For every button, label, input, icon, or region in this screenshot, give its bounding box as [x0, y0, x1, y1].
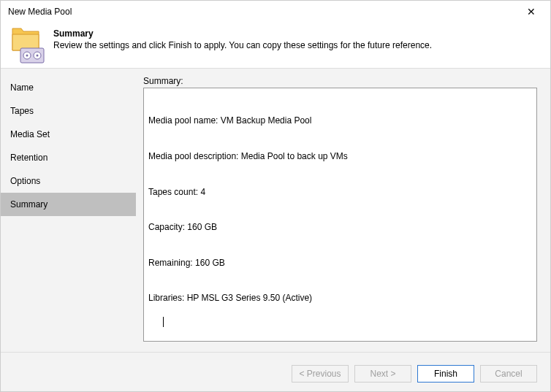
cancel-button: Cancel	[480, 365, 537, 383]
close-icon: ✕	[527, 6, 536, 18]
header-text: Summary Review the settings and click Fi…	[53, 27, 542, 62]
summary-line: Capacity: 160 GB	[148, 221, 532, 233]
close-button[interactable]: ✕	[518, 1, 544, 22]
sidebar-item-tapes[interactable]: Tapes	[1, 99, 136, 123]
sidebar-item-label: Name	[10, 82, 34, 93]
next-button: Next >	[354, 365, 411, 383]
svg-point-4	[37, 55, 39, 57]
footer: < Previous Next > Finish Cancel	[1, 352, 550, 392]
sidebar-item-retention[interactable]: Retention	[1, 146, 136, 169]
button-label: Next >	[370, 369, 395, 379]
window-title: New Media Pool	[8, 7, 72, 17]
sidebar-item-label: Options	[10, 176, 40, 186]
button-label: Finish	[434, 369, 457, 379]
sidebar-item-media-set[interactable]: Media Set	[1, 123, 136, 146]
button-label: Cancel	[495, 369, 522, 379]
sidebar: Name Tapes Media Set Retention Options S…	[1, 69, 136, 352]
summary-line: Tapes count: 4	[148, 186, 532, 198]
sidebar-item-options[interactable]: Options	[1, 169, 136, 193]
body: Name Tapes Media Set Retention Options S…	[1, 68, 550, 352]
wizard-icon	[10, 27, 45, 62]
sidebar-item-label: Retention	[10, 153, 48, 163]
header: Summary Review the settings and click Fi…	[1, 23, 550, 68]
page-title: Summary	[53, 28, 542, 39]
sidebar-item-name[interactable]: Name	[1, 76, 136, 99]
sidebar-item-label: Media Set	[10, 129, 50, 139]
content: Summary: Media pool name: VM Backup Medi…	[136, 69, 550, 352]
page-description: Review the settings and click Finish to …	[53, 40, 542, 50]
svg-point-3	[26, 55, 28, 57]
summary-label: Summary:	[143, 76, 537, 86]
summary-line: Media pool name: VM Backup Media Pool	[148, 115, 532, 126]
sidebar-item-label: Tapes	[10, 106, 34, 116]
summary-textbox[interactable]: Media pool name: VM Backup Media Pool Me…	[143, 88, 537, 342]
previous-button: < Previous	[292, 365, 349, 383]
finish-button[interactable]: Finish	[417, 365, 474, 383]
button-label: < Previous	[299, 369, 341, 379]
tape-icon	[20, 47, 45, 64]
sidebar-item-label: Summary	[10, 199, 48, 210]
text-cursor	[163, 317, 164, 327]
summary-line: Remaining: 160 GB	[148, 257, 532, 269]
sidebar-item-summary[interactable]: Summary	[1, 193, 136, 216]
titlebar: New Media Pool ✕	[1, 1, 550, 23]
summary-line: Media pool description: Media Pool to ba…	[148, 150, 532, 162]
summary-line: Libraries: HP MSL G3 Series 9.50 (Active…	[148, 292, 532, 304]
